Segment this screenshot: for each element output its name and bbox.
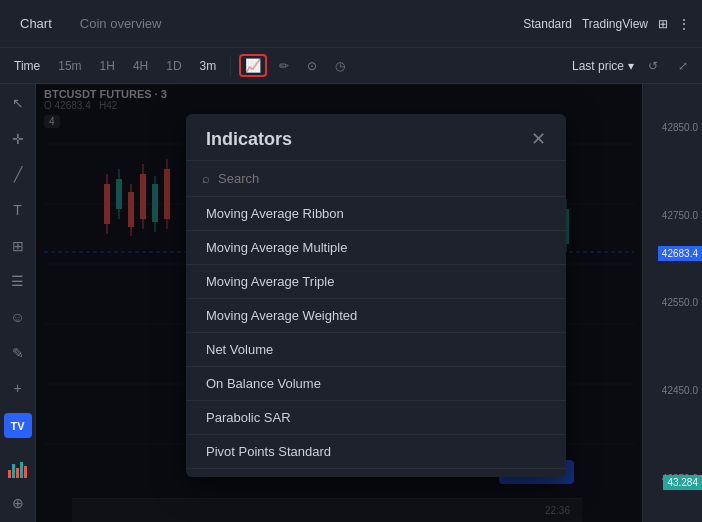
- price-label: 42550.0: [662, 297, 698, 308]
- separator-1: [230, 56, 231, 76]
- last-price-button[interactable]: Last price ▾: [572, 59, 634, 73]
- toolbar-camera[interactable]: ⊙: [301, 56, 323, 76]
- line-icon[interactable]: ╱: [6, 163, 30, 185]
- last-price-label: Last price: [572, 59, 624, 73]
- node-icon[interactable]: ⊞: [6, 235, 30, 257]
- indicator-item[interactable]: Pivot Points Standard: [186, 435, 566, 469]
- indicator-item[interactable]: Moving Average Weighted: [186, 299, 566, 333]
- price-label: 42850.0: [662, 122, 698, 133]
- main-area: ↖ ✛ ╱ T ⊞ ☰ ☺ ✎ + TV ⊕: [0, 84, 702, 522]
- target-icon[interactable]: ⊕: [6, 492, 30, 514]
- toolbar-expand[interactable]: ⤢: [672, 56, 694, 76]
- grid-icon[interactable]: ⊞: [658, 17, 668, 31]
- modal-overlay: Indicators ✕ ⌕ Moving Average RibbonMovi…: [36, 84, 642, 522]
- modal-header: Indicators ✕: [186, 114, 566, 161]
- tab-coin-overview[interactable]: Coin overview: [72, 12, 170, 35]
- cursor-icon[interactable]: ↖: [6, 92, 30, 114]
- toolbar-time: Time: [8, 56, 46, 76]
- top-nav: Chart Coin overview Standard TradingView…: [0, 0, 702, 48]
- chart-content: BTCUSDT FUTURES · 3 O 42683.4 H42 4 22:3…: [36, 84, 642, 522]
- indicators-button[interactable]: 📈: [239, 54, 267, 77]
- modal-close-button[interactable]: ✕: [531, 128, 546, 150]
- search-box: ⌕: [186, 161, 566, 197]
- toolbar-draw[interactable]: ✏: [273, 56, 295, 76]
- tradingview-logo: TV: [4, 413, 32, 438]
- tab-chart[interactable]: Chart: [12, 12, 60, 35]
- nav-right: Standard TradingView ⊞ ⋮: [523, 17, 690, 31]
- indicator-item[interactable]: Moving Average Ribbon: [186, 197, 566, 231]
- smile-icon[interactable]: ☺: [6, 306, 30, 328]
- current-price-tag: 42683.4: [658, 246, 702, 261]
- btn-standard[interactable]: Standard: [523, 17, 572, 31]
- toolbar-1d[interactable]: 1D: [160, 56, 187, 76]
- search-icon: ⌕: [202, 171, 210, 186]
- crosshair-icon[interactable]: ✛: [6, 128, 30, 150]
- btn-tradingview[interactable]: TradingView: [582, 17, 648, 31]
- bottom-price-tag: 43.284: [663, 475, 702, 490]
- more-icon[interactable]: ⋮: [678, 17, 690, 31]
- plus-icon[interactable]: +: [6, 377, 30, 399]
- toolbar-clock[interactable]: ◷: [329, 56, 351, 76]
- modal-title: Indicators: [206, 129, 292, 150]
- indicator-item[interactable]: Parabolic SAR: [186, 401, 566, 435]
- price-label: 42750.0: [662, 210, 698, 221]
- settings-icon[interactable]: ☰: [6, 270, 30, 292]
- mini-chart: [8, 460, 27, 478]
- toolbar-refresh[interactable]: ↺: [642, 56, 664, 76]
- toolbar-4h[interactable]: 4H: [127, 56, 154, 76]
- indicator-item[interactable]: Net Volume: [186, 333, 566, 367]
- pencil-icon[interactable]: ✎: [6, 342, 30, 364]
- toolbar-15m[interactable]: 15m: [52, 56, 87, 76]
- indicator-item[interactable]: Moving Average Triple: [186, 265, 566, 299]
- text-icon[interactable]: T: [6, 199, 30, 221]
- toolbar-3m[interactable]: 3m: [194, 56, 223, 76]
- search-input[interactable]: [218, 171, 550, 186]
- left-sidebar: ↖ ✛ ╱ T ⊞ ☰ ☺ ✎ + TV ⊕: [0, 84, 36, 522]
- indicator-item[interactable]: Moving Average Multiple: [186, 231, 566, 265]
- toolbar-1h[interactable]: 1H: [94, 56, 121, 76]
- toolbar-right: Last price ▾ ↺ ⤢: [572, 56, 694, 76]
- toolbar: Time 15m 1H 4H 1D 3m 📈 ✏ ⊙ ◷ Last price …: [0, 48, 702, 84]
- dropdown-icon: ▾: [628, 59, 634, 73]
- indicator-item[interactable]: Price Channel: [186, 469, 566, 477]
- indicator-item[interactable]: On Balance Volume: [186, 367, 566, 401]
- indicator-list: Moving Average RibbonMoving Average Mult…: [186, 197, 566, 477]
- price-scale: 42850.042750.042550.042450.042350.042683…: [642, 84, 702, 522]
- indicators-modal: Indicators ✕ ⌕ Moving Average RibbonMovi…: [186, 114, 566, 477]
- price-label: 42450.0: [662, 385, 698, 396]
